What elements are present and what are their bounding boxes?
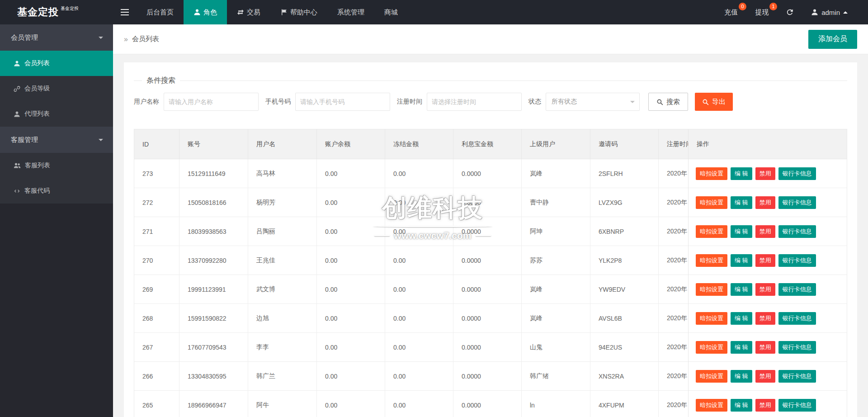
nav-item-label: 交易: [247, 8, 260, 17]
nav-item-mall[interactable]: 商城: [374, 0, 408, 24]
cell-username: 阿牛: [248, 391, 317, 417]
cell-account: 15050818166: [179, 188, 248, 217]
col-header-actions: 操作: [689, 129, 847, 159]
edit-button[interactable]: 编 辑: [731, 196, 752, 209]
cell-id: 266: [134, 362, 179, 390]
username-label: 用户名称: [134, 98, 159, 106]
username-input[interactable]: [164, 93, 259, 111]
hidden-deduct-button[interactable]: 暗扣设置: [696, 399, 727, 412]
cell-id: 273: [134, 159, 179, 188]
edit-button[interactable]: 编 辑: [731, 254, 752, 267]
trade-icon: [237, 9, 244, 16]
hidden-deduct-button[interactable]: 暗扣设置: [696, 283, 727, 296]
breadcrumb: » 会员列表 添加会员: [113, 24, 868, 54]
bankcard-info-button[interactable]: 银行卡信息: [778, 254, 816, 267]
cell-invite: XNS2RA: [590, 362, 659, 390]
bankcard-info-button[interactable]: 银行卡信息: [778, 370, 816, 383]
sidebar-item-label: 会员列表: [24, 59, 50, 67]
nav-item-trade[interactable]: 交易: [227, 0, 270, 24]
phone-input[interactable]: [295, 93, 390, 111]
cell-balance: 0.00: [317, 304, 385, 332]
search-button[interactable]: 搜索: [648, 93, 688, 111]
cell-id: 272: [134, 188, 179, 217]
edit-button[interactable]: 编 辑: [731, 399, 752, 412]
disable-button[interactable]: 禁用: [755, 341, 775, 354]
edit-button[interactable]: 编 辑: [731, 225, 752, 238]
withdraw-button[interactable]: 提现 1: [746, 0, 777, 24]
hidden-deduct-button[interactable]: 暗扣设置: [696, 167, 727, 180]
nav-item-label: 系统管理: [337, 8, 364, 17]
regtime-field-group: 注册时间: [397, 93, 522, 111]
sidebar-item-label: 会员等级: [24, 85, 50, 93]
cell-parent: 阿坤: [522, 217, 590, 246]
edit-button[interactable]: 编 辑: [731, 341, 752, 354]
nav-item-roles[interactable]: 角色: [184, 0, 227, 24]
sidebar-item-member-level[interactable]: 会员等级: [0, 76, 113, 101]
hidden-deduct-button[interactable]: 暗扣设置: [696, 254, 727, 267]
hidden-deduct-button[interactable]: 暗扣设置: [696, 312, 727, 325]
cell-username: 韩广兰: [248, 362, 317, 390]
hidden-deduct-button[interactable]: 暗扣设置: [696, 370, 727, 383]
username-field-group: 用户名称: [134, 93, 259, 111]
nav-item-help-center[interactable]: 帮助中心: [270, 0, 327, 24]
recharge-badge: 0: [739, 3, 746, 10]
bankcard-info-button[interactable]: 银行卡信息: [778, 225, 816, 238]
cell-account: 15129111649: [179, 159, 248, 188]
add-member-button[interactable]: 添加会员: [808, 30, 857, 49]
disable-button[interactable]: 禁用: [755, 370, 775, 383]
sidebar-item-member-list[interactable]: 会员列表: [0, 51, 113, 76]
col-header-frozen: 冻结金额: [385, 129, 453, 159]
cell-frozen: 0.00: [385, 304, 453, 332]
bankcard-info-button[interactable]: 银行卡信息: [778, 312, 816, 325]
bankcard-info-button[interactable]: 银行卡信息: [778, 341, 816, 354]
user-menu[interactable]: admin: [802, 0, 856, 24]
export-button[interactable]: 导出: [695, 93, 733, 111]
search-legend: 条件搜索: [142, 76, 180, 85]
cell-parent: ln: [522, 391, 590, 417]
person-icon: [14, 111, 20, 118]
actions-column: 操作 暗扣设置 编 辑 禁用 银行卡信息 暗扣设置 编 辑 禁用 银行卡信息 暗…: [688, 129, 847, 417]
hidden-deduct-button[interactable]: 暗扣设置: [696, 341, 727, 354]
refresh-button[interactable]: [777, 0, 802, 24]
disable-button[interactable]: 禁用: [755, 167, 775, 180]
cell-account: 19991123991: [179, 275, 248, 303]
col-header-invite: 邀请码: [590, 129, 659, 159]
bankcard-info-button[interactable]: 银行卡信息: [778, 399, 816, 412]
bankcard-info-button[interactable]: 银行卡信息: [778, 283, 816, 296]
sidebar-item-service-code[interactable]: 客服代码: [0, 178, 113, 204]
cell-balance: 0.00: [317, 333, 385, 361]
hamburger-menu-icon[interactable]: [113, 0, 137, 24]
bankcard-info-button[interactable]: 银行卡信息: [778, 167, 816, 180]
edit-button[interactable]: 编 辑: [731, 312, 752, 325]
disable-button[interactable]: 禁用: [755, 312, 775, 325]
hidden-deduct-button[interactable]: 暗扣设置: [696, 196, 727, 209]
cell-frozen: 0.00: [385, 188, 453, 217]
nav-item-system-management[interactable]: 系统管理: [327, 0, 374, 24]
regtime-input[interactable]: [427, 93, 522, 111]
disable-button[interactable]: 禁用: [755, 196, 775, 209]
disable-button[interactable]: 禁用: [755, 283, 775, 296]
disable-button[interactable]: 禁用: [755, 225, 775, 238]
bankcard-info-button[interactable]: 银行卡信息: [778, 196, 816, 209]
disable-button[interactable]: 禁用: [755, 254, 775, 267]
col-header-username: 用户名: [248, 129, 317, 159]
search-icon: [702, 99, 709, 105]
sidebar-section-service-management[interactable]: 客服管理: [0, 127, 113, 153]
nav-item-dashboard[interactable]: 后台首页: [137, 0, 184, 24]
cell-invite: LVZX9G: [590, 188, 659, 217]
edit-button[interactable]: 编 辑: [731, 167, 752, 180]
edit-button[interactable]: 编 辑: [731, 370, 752, 383]
hidden-deduct-button[interactable]: 暗扣设置: [696, 225, 727, 238]
recharge-button[interactable]: 充值 0: [716, 0, 746, 24]
app-logo: 基金定投 基金定投: [0, 0, 113, 24]
sidebar-item-service-list[interactable]: 客服列表: [0, 153, 113, 178]
cell-username: 高马林: [248, 159, 317, 188]
sidebar: 会员管理 会员列表 会员等级 代理列表 客服管理 客服列表 客服代码: [0, 24, 113, 417]
cell-username: 边旭: [248, 304, 317, 332]
status-select[interactable]: 所有状态: [546, 93, 640, 111]
phone-label: 手机号码: [265, 98, 291, 106]
edit-button[interactable]: 编 辑: [731, 283, 752, 296]
sidebar-item-agent-list[interactable]: 代理列表: [0, 101, 113, 127]
disable-button[interactable]: 禁用: [755, 399, 775, 412]
sidebar-section-member-management[interactable]: 会员管理: [0, 24, 113, 51]
